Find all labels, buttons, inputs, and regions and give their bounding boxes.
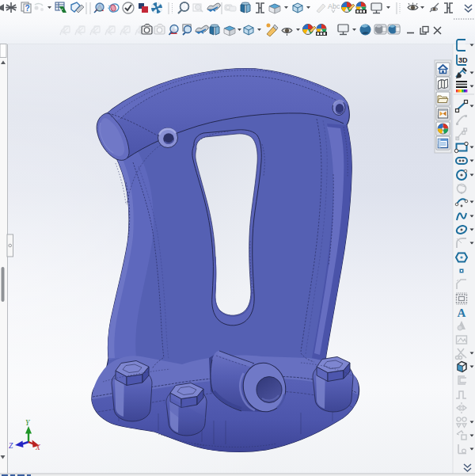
svg-text:Abc: Abc [328,2,340,10]
svg-text:?: ? [25,4,30,13]
svg-text:3D: 3D [458,56,468,64]
svg-text:A: A [458,307,466,319]
svg-text:X: X [35,444,41,451]
svg-text:Z: Z [9,442,13,450]
